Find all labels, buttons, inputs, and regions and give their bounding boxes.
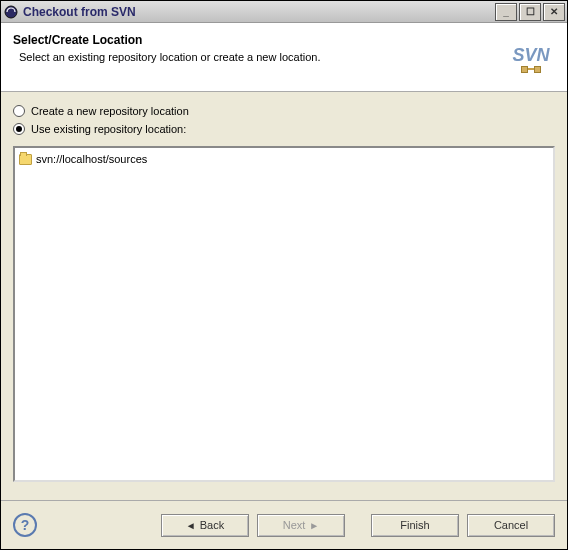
radio-icon [13, 123, 25, 135]
finish-label: Finish [400, 519, 429, 531]
radio-use-existing[interactable]: Use existing repository location: [13, 123, 555, 135]
radio-create-new[interactable]: Create a new repository location [13, 105, 555, 117]
next-button[interactable]: Next ► [257, 514, 345, 537]
cancel-label: Cancel [494, 519, 528, 531]
folder-icon [19, 154, 32, 165]
radio-icon [13, 105, 25, 117]
radio-existing-label: Use existing repository location: [31, 123, 186, 135]
minimize-button[interactable]: _ [495, 3, 517, 21]
svn-logo-text: SVN [512, 45, 549, 66]
wizard-content: Create a new repository location Use exi… [1, 92, 567, 492]
help-icon-symbol: ? [21, 517, 30, 533]
chevron-right-icon: ► [309, 520, 319, 531]
finish-button[interactable]: Finish [371, 514, 459, 537]
radio-create-label: Create a new repository location [31, 105, 189, 117]
repository-item[interactable]: svn://localhost/sources [19, 152, 549, 166]
maximize-button[interactable]: ☐ [519, 3, 541, 21]
back-label: Back [200, 519, 224, 531]
titlebar[interactable]: Checkout from SVN _ ☐ ✕ [1, 1, 567, 23]
connector-icon [524, 68, 538, 70]
chevron-left-icon: ◄ [186, 520, 196, 531]
back-button[interactable]: ◄ Back [161, 514, 249, 537]
page-title: Select/Create Location [13, 33, 507, 47]
repository-url: svn://localhost/sources [36, 153, 147, 165]
wizard-header: Select/Create Location Select an existin… [1, 23, 567, 92]
page-description: Select an existing repository location o… [13, 51, 507, 63]
window-title: Checkout from SVN [23, 5, 136, 19]
next-label: Next [283, 519, 306, 531]
repository-list[interactable]: svn://localhost/sources [13, 146, 555, 482]
help-button[interactable]: ? [13, 513, 37, 537]
close-button[interactable]: ✕ [543, 3, 565, 21]
cancel-button[interactable]: Cancel [467, 514, 555, 537]
wizard-dialog: Checkout from SVN _ ☐ ✕ Select/Create Lo… [0, 0, 568, 550]
svn-logo: SVN [507, 33, 555, 81]
eclipse-icon [3, 4, 19, 20]
wizard-footer: ? ◄ Back Next ► Finish Cancel [1, 501, 567, 549]
